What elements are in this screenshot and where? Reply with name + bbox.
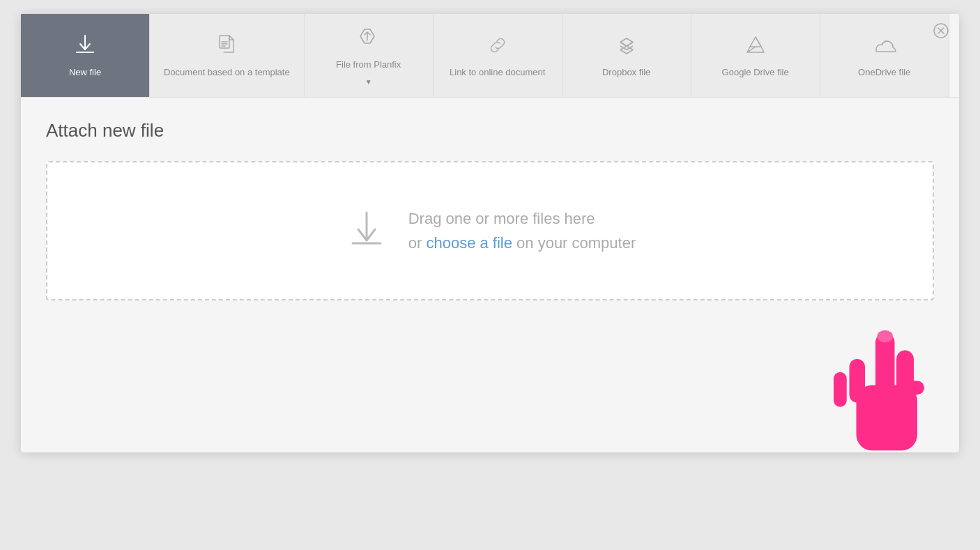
tab-onedrive-label: OneDrive file [858,67,910,79]
dialog: New file Document based on a template [21,14,959,452]
choose-file-link[interactable]: choose a file [426,234,512,252]
document-icon [214,33,239,61]
section-title: Attach new file [46,120,934,142]
tab-planfix-label: File from Planfix [336,59,401,71]
planfix-icon [356,25,381,54]
planfix-dropdown-icon: ▼ [365,78,372,86]
tab-template[interactable]: Document based on a template [150,14,305,97]
tab-template-label: Document based on a template [164,67,290,79]
drop-line2-prefix: or [408,234,427,252]
tab-dropbox-label: Dropbox file [602,67,650,79]
drop-line1: Drag one or more files here [408,206,636,231]
tab-online[interactable]: Link to online document [434,14,562,97]
tab-onedrive[interactable]: OneDrive file [820,14,949,97]
tab-new-file[interactable]: New file [21,14,150,97]
drop-text: Drag one or more files here or choose a … [408,206,636,255]
close-button[interactable] [931,21,951,40]
drop-line2-suffix: on your computer [512,234,636,252]
download-icon [72,33,98,61]
drop-upload-icon [344,207,389,254]
tab-gdrive-label: Google Drive file [722,67,789,79]
drop-line2: or choose a file on your computer [408,231,636,255]
dropbox-icon [614,33,639,61]
tab-new-file-label: New file [69,67,101,79]
tab-bar: New file Document based on a template [21,14,959,98]
dropzone[interactable]: Drag one or more files here or choose a … [46,161,934,300]
tab-planfix[interactable]: File from Planfix ▼ [305,14,434,97]
tab-gdrive[interactable]: Google Drive file [691,14,820,97]
link-icon [485,33,510,61]
tab-dropbox[interactable]: Dropbox file [562,14,691,97]
content-area: Attach new file Drag one or more files h… [21,98,959,323]
tab-online-label: Link to online document [450,67,545,79]
close-icon [933,23,949,38]
onedrive-icon [872,33,897,61]
gdrive-icon [743,33,768,61]
